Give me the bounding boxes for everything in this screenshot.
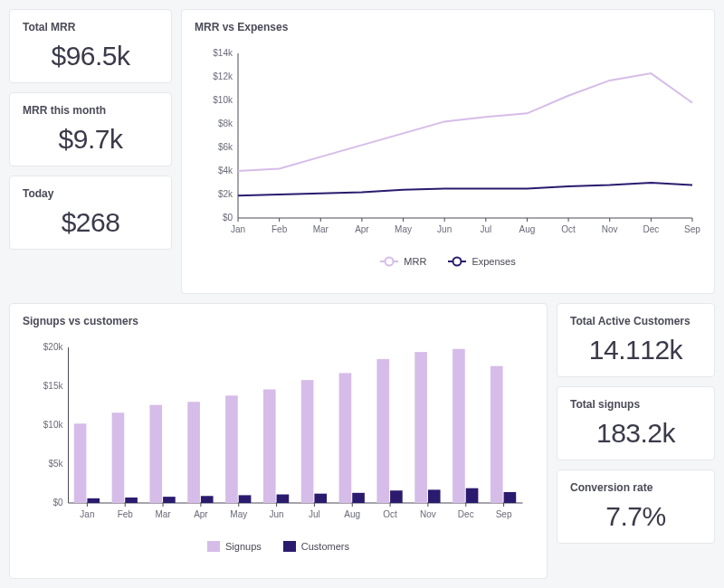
svg-text:$10k: $10k [43,420,64,430]
svg-text:Jun: Jun [437,224,452,234]
stat-value: $268 [23,207,158,238]
svg-text:$12k: $12k [213,71,233,81]
svg-rect-76 [390,490,403,503]
svg-text:$14k: $14k [213,48,233,58]
stat-title: Total signups [570,398,701,411]
svg-rect-56 [201,496,214,503]
chart-mrr-expenses: MRR vs Expenses $0$2k$4k$6k$8k$10k$12k$1… [181,9,715,294]
chart-plot-area: $0$5k$10k$15k$20kJanFebMarAprMayJunJulAu… [23,338,534,532]
svg-text:Feb: Feb [272,224,288,234]
legend-item-customers: Customers [283,541,349,552]
svg-text:$5k: $5k [48,459,63,469]
svg-rect-67 [301,380,314,503]
svg-text:Mar: Mar [313,224,329,234]
legend-label: MRR [404,256,426,267]
svg-rect-80 [428,489,441,503]
svg-rect-52 [163,497,176,503]
svg-text:May: May [230,509,247,519]
stat-mrr-month: MRR this month $9.7k [9,92,172,166]
svg-text:$8k: $8k [218,119,233,128]
svg-text:Aug: Aug [519,224,536,234]
legend-item-signups: Signups [207,541,262,552]
svg-text:Jan: Jan [80,509,94,519]
bar-chart-svg: $0$5k$10k$15k$20kJanFebMarAprMayJunJulAu… [23,338,534,528]
svg-text:$15k: $15k [43,381,64,391]
svg-text:Jan: Jan [231,224,245,234]
stat-total-signups: Total signups 183.2k [557,386,715,460]
stat-today: Today $268 [9,175,172,250]
svg-rect-47 [112,413,125,503]
svg-text:$4k: $4k [218,166,233,175]
svg-rect-88 [504,492,517,503]
svg-text:Nov: Nov [602,224,618,234]
legend-label: Customers [301,541,349,552]
svg-text:May: May [395,224,412,234]
svg-text:$0: $0 [52,498,63,507]
svg-text:Apr: Apr [355,224,369,234]
svg-text:Mar: Mar [155,509,171,519]
svg-rect-55 [187,402,200,503]
svg-rect-63 [263,389,276,503]
svg-text:Dec: Dec [643,224,659,234]
svg-rect-60 [239,495,252,503]
svg-text:$20k: $20k [43,342,64,352]
svg-text:Aug: Aug [344,509,360,519]
svg-text:$6k: $6k [218,142,233,152]
legend-item-mrr: MRR [380,256,426,267]
legend-marker-icon [448,258,466,265]
chart-plot-area: $0$2k$4k$6k$8k$10k$12k$14kJanFebMarAprMa… [195,44,701,247]
legend-swatch-icon [283,541,296,552]
chart-signups-customers: Signups vs customers $0$5k$10k$15k$20kJa… [9,303,548,579]
stat-title: Total Active Customers [570,315,701,327]
legend-swatch-icon [207,541,220,552]
svg-rect-44 [87,498,100,503]
svg-text:Oct: Oct [561,224,576,234]
svg-text:Oct: Oct [383,509,397,519]
svg-rect-72 [352,493,365,503]
svg-text:Feb: Feb [118,509,134,519]
stat-active-customers: Total Active Customers 14.112k [557,303,715,377]
svg-rect-64 [277,495,290,503]
chart-legend: MRR Expenses [195,256,701,267]
svg-text:Sep: Sep [496,509,512,519]
svg-text:Jul: Jul [480,224,491,234]
svg-text:Apr: Apr [194,509,208,519]
svg-rect-79 [414,352,427,503]
svg-rect-71 [339,373,352,503]
svg-text:Dec: Dec [458,509,474,519]
stat-value: 14.112k [570,335,701,365]
stat-value: $96.5k [23,41,158,71]
svg-text:$2k: $2k [218,189,233,199]
stat-title: MRR this month [23,104,158,117]
chart-title: MRR vs Expenses [195,21,701,33]
legend-item-expenses: Expenses [448,256,515,267]
stat-total-mrr: Total MRR $96.5k [9,9,172,83]
stat-title: Total MRR [23,21,158,33]
svg-text:$10k: $10k [213,95,233,105]
svg-text:Sep: Sep [684,224,700,234]
svg-text:Nov: Nov [420,509,436,519]
right-stat-column: Total Active Customers 14.112k Total sig… [557,303,715,579]
svg-rect-75 [376,359,389,503]
svg-rect-68 [314,494,327,503]
stat-conversion: Conversion rate 7.7% [557,469,715,544]
stat-value: 7.7% [570,501,701,532]
svg-rect-48 [125,498,138,503]
svg-rect-87 [491,366,503,503]
svg-text:Jul: Jul [309,509,320,519]
legend-label: Expenses [472,256,515,267]
svg-rect-83 [452,349,465,503]
legend-label: Signups [225,541,262,552]
legend-marker-icon [380,258,398,265]
stat-value: $9.7k [23,124,158,155]
chart-legend: Signups Customers [23,541,534,552]
svg-rect-59 [225,395,238,503]
stat-value: 183.2k [570,418,701,449]
svg-rect-43 [74,423,87,503]
stat-title: Conversion rate [570,481,701,494]
svg-text:$0: $0 [223,213,233,223]
chart-title: Signups vs customers [23,315,534,327]
line-chart-svg: $0$2k$4k$6k$8k$10k$12k$14kJanFebMarAprMa… [195,44,701,243]
svg-rect-84 [466,488,479,503]
stat-title: Today [23,187,158,200]
